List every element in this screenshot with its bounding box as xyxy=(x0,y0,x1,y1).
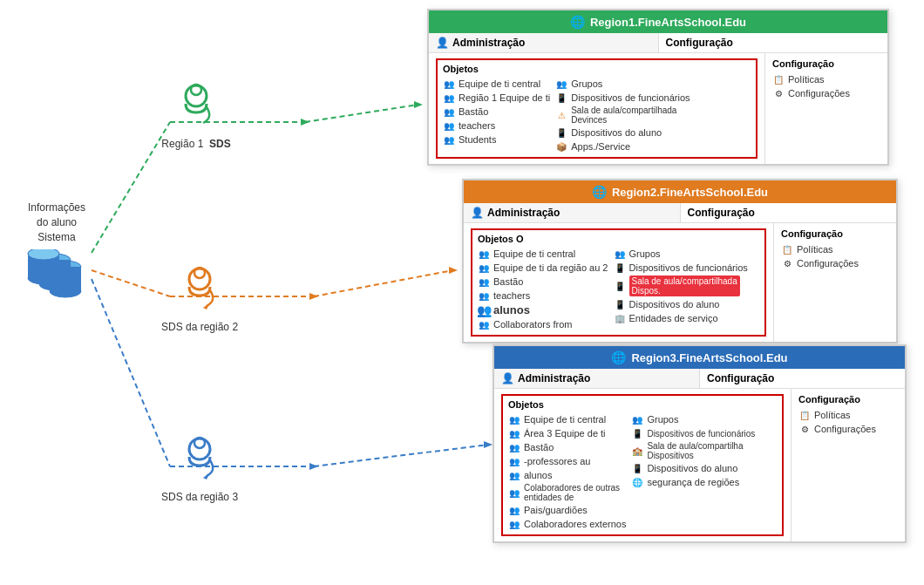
region1-config-tab[interactable]: Configuração xyxy=(659,33,888,52)
sds-region3: SDS da região 3 xyxy=(161,427,238,503)
r2-right-4: 🏢Entidades de serviço xyxy=(614,311,748,325)
database-section: Informaçõesdo alunoSistema xyxy=(17,201,96,302)
region3-globe-icon: 🌐 xyxy=(611,350,626,364)
region3-config-label: Configuração xyxy=(707,372,774,384)
region1-config-label: Configuração xyxy=(666,37,733,49)
region1-title: Region1.FineArtsSchool.Edu xyxy=(590,16,746,29)
region3-objects-title: Objetos xyxy=(508,399,777,410)
region3-titlebar: 🌐 Region3.FineArtsSchool.Edu xyxy=(494,346,905,369)
region1-titlebar: 🌐 Region1.FineArtsSchool.Edu xyxy=(429,10,887,33)
r1-item-0: 👥Equipe de ti central xyxy=(443,77,550,91)
r1-right-2: ⚠Sala de aula/compartilhadaDevinces xyxy=(555,105,690,126)
region2-titlebar: 🌐 Region2.FineArtsSchool.Edu xyxy=(464,180,896,203)
sds-region1-icon xyxy=(161,74,231,135)
r2-right-0: 👥Grupos xyxy=(614,247,748,261)
region2-config-section: Configuração xyxy=(781,228,889,239)
region1-config-section: Configuração xyxy=(772,58,880,69)
r2-config-0: 📋Políticas xyxy=(781,242,889,256)
region1-objects-title: Objetos xyxy=(443,64,751,74)
r2-item-4: 👥alunos xyxy=(478,303,608,317)
r3-item-7: 👥Colaboradores externos xyxy=(508,517,626,531)
r2-item-2: 👥Bastão xyxy=(478,275,608,289)
r3-right-2: 🏫Sala de aula/compartilhaDispositivos xyxy=(631,440,755,461)
r3-item-6: 👥Pais/guardiões xyxy=(508,503,626,517)
r3-item-1: 👥Área 3 Equipe de ti xyxy=(508,426,626,440)
r2-item-0: 👥Equipe de ti central xyxy=(478,247,608,261)
r2-right-1: 📱Dispositivos de funcionários xyxy=(614,261,748,275)
region2-admin-label: Administração xyxy=(487,207,560,219)
db-cylinders xyxy=(17,249,96,306)
svg-marker-4 xyxy=(414,101,423,108)
r3-config-1: ⚙Configurações xyxy=(798,422,898,436)
r1-right-3: 📱Dispositivos do aluno xyxy=(555,126,690,139)
sds-region2-label: SDS da região 2 xyxy=(161,321,238,333)
svg-marker-14 xyxy=(484,441,493,448)
r3-right-1: 📱Dispositivos de funcionários xyxy=(631,426,755,440)
sds-region2: SDS da região 2 xyxy=(161,257,238,333)
region3-title: Region3.FineArtsSchool.Edu xyxy=(631,351,787,364)
svg-marker-7 xyxy=(309,293,318,300)
region1-window: 🌐 Region1.FineArtsSchool.Edu 👤 Administr… xyxy=(427,9,889,166)
svg-line-3 xyxy=(305,105,418,122)
region2-config-label: Configuração xyxy=(688,207,755,219)
r2-item-3: 👥teachers xyxy=(478,289,608,303)
svg-point-23 xyxy=(28,272,59,284)
r3-right-3: 📱Dispositivos do aluno xyxy=(631,461,755,475)
region3-admin-tab[interactable]: 👤 Administração xyxy=(494,369,700,388)
region3-admin-icon: 👤 xyxy=(501,372,514,384)
r1-right-0: 👥Grupos xyxy=(555,77,690,91)
r3-item-5: 👥Colaboradores de outrasentidades de xyxy=(508,482,626,503)
r2-right-2: 📱 Sala de aula/compartilhadaDispos. xyxy=(614,275,748,297)
svg-line-10 xyxy=(92,279,170,466)
svg-line-5 xyxy=(92,270,170,296)
sds-region1: Região 1 SDS xyxy=(161,74,231,150)
r1-item-4: 👥Students xyxy=(443,133,550,146)
svg-marker-2 xyxy=(301,119,309,126)
region2-window: 🌐 Region2.FineArtsSchool.Edu 👤 Administr… xyxy=(462,179,898,344)
r2-item-1: 👥Equipe de ti da região au 2 xyxy=(478,261,608,275)
region2-globe-icon: 🌐 xyxy=(592,185,607,199)
svg-marker-29 xyxy=(203,303,210,310)
r2-item-5: 👥Collaborators from xyxy=(478,317,608,331)
r3-item-3: 👥-professores au xyxy=(508,454,626,468)
diagram-container: Informaçõesdo alunoSistema xyxy=(0,0,924,585)
r2-config-1: ⚙Configurações xyxy=(781,256,889,270)
r3-right-4: 🌐segurança de regiões xyxy=(631,475,755,489)
r1-item-3: 👥teachers xyxy=(443,119,550,133)
svg-marker-12 xyxy=(309,463,318,470)
svg-marker-9 xyxy=(449,267,458,274)
db-stack xyxy=(17,249,96,302)
region2-admin-icon: 👤 xyxy=(471,207,484,219)
region2-title: Region2.FineArtsSchool.Edu xyxy=(612,186,768,199)
sds-region2-icon xyxy=(165,257,234,318)
r3-item-4: 👥alunos xyxy=(508,468,626,482)
region2-admin-tab[interactable]: 👤 Administração xyxy=(464,203,681,222)
r3-config-0: 📋Políticas xyxy=(798,408,898,422)
r1-item-2: 👥Bastão xyxy=(443,105,550,119)
r3-item-0: 👥Equipe de ti central xyxy=(508,412,626,426)
svg-point-24 xyxy=(28,249,59,260)
r1-right-4: 📦Apps./Service xyxy=(555,139,690,153)
region3-window: 🌐 Region3.FineArtsSchool.Edu 👤 Administr… xyxy=(493,344,907,543)
r1-config-0: 📋Políticas xyxy=(772,72,880,86)
r3-item-2: 👥Bastão xyxy=(508,440,626,454)
sds-region1-label: Região 1 SDS xyxy=(161,138,231,150)
r2-right-3: 📱Dispositivos do aluno xyxy=(614,297,748,311)
db-label: Informaçõesdo alunoSistema xyxy=(17,201,96,244)
r3-right-0: 👥Grupos xyxy=(631,412,755,426)
region1-globe-icon: 🌐 xyxy=(570,15,585,29)
region2-config-tab[interactable]: Configuração xyxy=(681,203,897,222)
sds-region3-label: SDS da região 3 xyxy=(161,491,238,503)
r1-config-1: ⚙Configurações xyxy=(772,86,880,100)
region3-admin-label: Administração xyxy=(518,372,590,384)
region1-admin-label: Administração xyxy=(452,37,525,49)
region2-objects-title: Objetos O xyxy=(478,234,759,244)
region1-admin-tab[interactable]: 👤 Administração xyxy=(429,33,659,52)
svg-marker-32 xyxy=(203,473,210,480)
r1-item-1: 👥Região 1 Equipe de ti xyxy=(443,91,550,105)
region3-config-tab[interactable]: Configuração xyxy=(700,369,905,388)
svg-line-0 xyxy=(92,122,170,253)
region1-admin-icon: 👤 xyxy=(436,37,449,49)
sds-region3-icon xyxy=(165,427,234,488)
svg-line-8 xyxy=(314,270,453,296)
